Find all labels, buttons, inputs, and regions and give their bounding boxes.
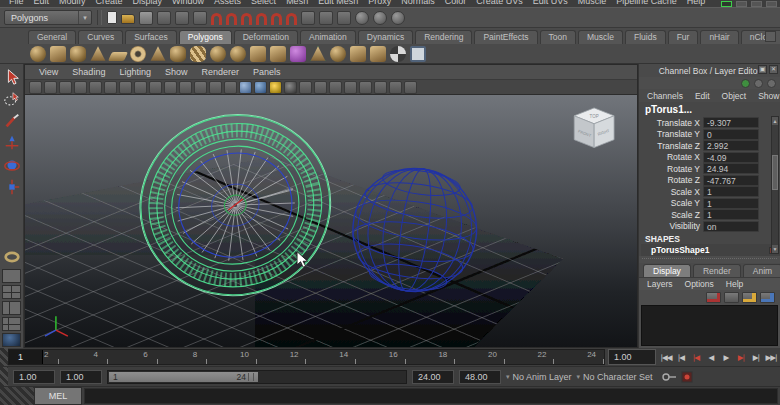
select-object-icon[interactable] — [175, 11, 189, 25]
mi-edit[interactable]: Edit — [29, 0, 55, 6]
range-slider-track[interactable]: 1 24 — [107, 370, 407, 384]
current-time-field[interactable]: 1.00 — [608, 349, 656, 365]
scrollbar-grip[interactable] — [772, 155, 778, 190]
step-forward-key-button[interactable]: ▶| — [734, 350, 748, 364]
step-back-frame-button[interactable]: |◀ — [674, 350, 688, 364]
tab-general[interactable]: General — [28, 30, 76, 44]
xray-icon[interactable] — [374, 81, 387, 94]
channel-box-titlebar[interactable]: Channel Box / Layer Editor ▣ ✕ — [639, 64, 780, 77]
vm-shading[interactable]: Shading — [66, 67, 111, 77]
go-to-start-button[interactable]: |◀◀ — [659, 350, 673, 364]
channel-value-field[interactable]: 2.992 — [703, 140, 759, 151]
tab-toon[interactable]: Toon — [540, 30, 576, 44]
safe-title-icon[interactable] — [209, 81, 222, 94]
layout-persp-thumbnail-button[interactable] — [2, 333, 21, 347]
quick-rig-icon[interactable] — [721, 1, 732, 7]
vm-show[interactable]: Show — [159, 67, 194, 77]
mi-color[interactable]: Color — [440, 0, 472, 6]
channel-value-field[interactable]: -9.307 — [703, 117, 759, 128]
tab-polygons[interactable]: Polygons — [179, 30, 232, 44]
channel-value-field[interactable]: 1 — [703, 198, 759, 209]
platonic-solid-icon[interactable] — [230, 46, 246, 62]
cm-show[interactable]: Show — [753, 91, 780, 101]
mi-create-uvs[interactable]: Create UVs — [471, 0, 528, 6]
lm-options[interactable]: Options — [680, 279, 719, 289]
channel-label[interactable]: Scale X — [641, 187, 703, 197]
multisample-aa-icon[interactable] — [329, 81, 342, 94]
paint-select-tool-button[interactable] — [2, 111, 22, 131]
tab-surfaces[interactable]: Surfaces — [125, 30, 177, 44]
list-icon[interactable] — [751, 1, 762, 7]
file-save-icon[interactable] — [139, 11, 153, 25]
grab-hand-icon[interactable] — [766, 1, 777, 7]
vm-renderer[interactable]: Renderer — [195, 67, 245, 77]
mi-display[interactable]: Display — [128, 0, 168, 6]
layout-single-pane-button[interactable] — [2, 269, 21, 283]
mi-normals[interactable]: Normals — [396, 0, 440, 6]
channel-box-scrollbar[interactable]: ▲ ▼ — [771, 116, 779, 254]
mi-assets[interactable]: Assets — [209, 0, 246, 6]
gamma-icon[interactable] — [404, 81, 417, 94]
output-connections-icon[interactable] — [319, 11, 333, 25]
timeslider-grip[interactable] — [0, 348, 8, 366]
commandline-grip[interactable] — [0, 387, 34, 405]
mi-mesh[interactable]: Mesh — [281, 0, 313, 6]
channel-label[interactable]: Rotate Y — [641, 164, 703, 174]
layout-persp-outliner-button[interactable] — [2, 301, 21, 315]
channel-label[interactable]: Scale Y — [641, 198, 703, 208]
field-chart-icon[interactable] — [179, 81, 192, 94]
animation-start-field[interactable]: 1.00 — [13, 370, 55, 384]
range-slider-bar[interactable]: 1 24 — [109, 372, 258, 382]
motion-blur-icon[interactable] — [314, 81, 327, 94]
mi-pipeline-cache[interactable]: Pipeline Cache — [611, 0, 682, 6]
step-forward-frame-button[interactable]: ▶| — [749, 350, 763, 364]
move-layer-icon[interactable] — [706, 292, 721, 303]
ipr-render-icon[interactable] — [373, 11, 387, 25]
cm-channels[interactable]: Channels — [642, 91, 688, 101]
poly-pyramid-icon[interactable] — [150, 46, 166, 62]
tab-deformation[interactable]: Deformation — [234, 30, 298, 44]
tab-painteffects[interactable]: PaintEffects — [474, 30, 537, 44]
channel-label[interactable]: Translate X — [641, 118, 703, 128]
character-set-dropdown[interactable]: ▾ No Character Set — [577, 372, 653, 382]
edit-mode-icon[interactable] — [767, 79, 776, 88]
wedge-selected-icon[interactable] — [310, 46, 326, 62]
snap-view-icon[interactable] — [286, 13, 297, 25]
scroll-up-icon[interactable]: ▲ — [772, 117, 778, 125]
poly-cube-icon[interactable] — [50, 46, 66, 62]
command-input[interactable] — [84, 388, 778, 404]
select-tool-button[interactable] — [2, 67, 22, 87]
mi-proxy[interactable]: Proxy — [363, 0, 396, 6]
render-settings-icon[interactable] — [391, 11, 405, 25]
poly-cylinder-icon[interactable] — [70, 46, 86, 62]
time-slider-track[interactable]: 1 2 4 6 8 10 12 14 16 18 20 22 24 — [8, 349, 605, 365]
film-gate-icon[interactable] — [134, 81, 147, 94]
status-divider[interactable] — [97, 10, 102, 25]
ambient-occlusion-icon[interactable] — [299, 81, 312, 94]
current-frame-indicator[interactable]: 1 — [9, 350, 43, 364]
input-connections-icon[interactable] — [301, 11, 315, 25]
animation-end-field[interactable]: 48.00 — [459, 370, 501, 384]
mi-create[interactable]: Create — [91, 0, 128, 6]
lasso-select-tool-button[interactable] — [2, 89, 22, 109]
mi-modify[interactable]: Modify — [54, 0, 91, 6]
new-layer-icon[interactable] — [742, 292, 757, 303]
mirror-icon[interactable] — [350, 46, 366, 62]
tab-fur[interactable]: Fur — [668, 30, 699, 44]
select-hierarchy-icon[interactable] — [157, 11, 171, 25]
rangeslider-grip[interactable] — [0, 367, 8, 386]
uv-window-icon[interactable] — [410, 46, 426, 62]
tab-dynamics[interactable]: Dynamics — [358, 30, 413, 44]
vm-panels[interactable]: Panels — [247, 67, 287, 77]
view-cube[interactable]: TOP FRONT RIGHT — [574, 108, 614, 148]
poly-helix-icon[interactable] — [190, 46, 206, 62]
image-plane-icon[interactable] — [89, 81, 102, 94]
cm-edit[interactable]: Edit — [690, 91, 715, 101]
exposure-icon[interactable] — [389, 81, 402, 94]
poly-edit-a-icon[interactable] — [250, 46, 266, 62]
play-forwards-button[interactable]: ▶ — [719, 350, 733, 364]
play-backwards-button[interactable]: ◀ — [704, 350, 718, 364]
go-to-end-button[interactable]: ▶▶| — [764, 350, 778, 364]
channel-label[interactable]: Translate Z — [641, 141, 703, 151]
rotate-tool-button[interactable] — [2, 155, 22, 175]
